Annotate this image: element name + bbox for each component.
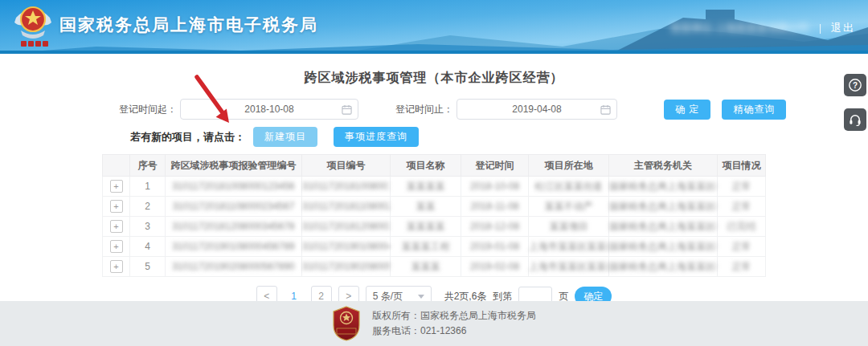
cell-proj-name-redacted: 某某 xyxy=(391,197,461,217)
new-project-hint-row: 若有新的项目，请点击： 新建项目 事项进度查询 xyxy=(130,127,868,147)
col-status: 项目情况 xyxy=(718,155,766,177)
cell-status-redacted: 正常 xyxy=(718,237,766,257)
col-authority: 主管税务机关 xyxy=(609,155,718,177)
chevron-left-icon: < xyxy=(264,291,269,302)
expand-row-button[interactable]: + xyxy=(110,240,123,253)
new-project-hint: 若有新的项目，请点击： xyxy=(130,130,245,145)
col-location: 项目所在地 xyxy=(529,155,609,177)
cell-proj-no-redacted: 31011720190208005 xyxy=(302,257,391,277)
cell-proj-no-redacted: 31011720190108004 xyxy=(302,237,391,257)
col-reg-no: 跨区域涉税事项报验管理编号 xyxy=(166,155,302,177)
footer-tax-shield-icon xyxy=(332,306,361,341)
date-to-field xyxy=(457,99,617,120)
page: 国家税务总局上海市电子税务局 某某单位 上海某某某有限公司 | 退出 ? 跨区域… xyxy=(0,0,868,346)
cell-authority-redacted: 国家税务总局上海某某区税务局 xyxy=(609,177,718,197)
col-proj-no: 项目编号 xyxy=(302,155,391,177)
cell-seq: 4 xyxy=(130,237,166,257)
cell-authority-redacted: 国家税务总局上海某某区税务局 xyxy=(609,197,718,217)
table-header: 序号 跨区域涉税事项报验管理编号 项目编号 项目名称 登记时间 项目所在地 主管… xyxy=(103,155,766,177)
col-seq: 序号 xyxy=(130,155,166,177)
table-row: + 3 31011720181208000345678 310117201812… xyxy=(103,217,766,237)
headset-icon xyxy=(848,112,862,127)
table-row: + 2 31011720181108000234567 310117201811… xyxy=(103,197,766,217)
table-body: + 1 31011720181008000123456 310117201810… xyxy=(103,177,766,277)
app-header: 国家税务总局上海市电子税务局 某某单位 上海某某某有限公司 | 退出 xyxy=(0,0,868,54)
date-to-input[interactable] xyxy=(457,104,616,115)
user-area: 某某单位 上海某某某有限公司 | 退出 xyxy=(670,21,855,35)
cell-proj-no-redacted: 31011720181108002 xyxy=(302,197,391,217)
main-content: 跨区域涉税事项管理（本市企业跨区经营） 登记时间起： 登记时间止： xyxy=(0,70,868,307)
page-footer: 版权所有：国家税务总局上海市税务局 服务电话：021-12366 xyxy=(0,301,868,346)
side-toolbar: ? xyxy=(844,74,866,131)
help-button[interactable]: ? xyxy=(844,74,866,96)
cell-authority-redacted: 国家税务总局上海某某区税务局 xyxy=(609,257,718,277)
filter-row: 登记时间起： 登记时间止： 确 xyxy=(119,99,868,120)
cell-status-redacted: 已完结 xyxy=(718,217,766,237)
help-icon: ? xyxy=(848,78,862,92)
cell-seq: 3 xyxy=(130,217,166,237)
cell-reg-no-redacted: 31011720190208000567890 xyxy=(166,257,302,277)
expand-row-button[interactable]: + xyxy=(110,180,123,193)
username-redacted: 某某单位 上海某某某有限公司 xyxy=(670,21,809,35)
table-row: + 5 31011720190208000567890 310117201902… xyxy=(103,257,766,277)
cell-location-redacted: 上海市某某区某某街道 某 xyxy=(529,257,609,277)
cell-reg-time-redacted: 2018-10-08 xyxy=(461,177,529,197)
col-proj-name: 项目名称 xyxy=(391,155,461,177)
cell-reg-no-redacted: 31011720190108000456789 xyxy=(166,237,302,257)
page-title: 跨区域涉税事项管理（本市企业跨区经营） xyxy=(0,70,868,87)
cell-reg-no-redacted: 31011720181008000123456 xyxy=(166,177,302,197)
date-from-input[interactable] xyxy=(181,104,358,115)
date-from-field xyxy=(180,99,358,120)
chevron-right-icon: > xyxy=(346,291,351,302)
cell-location-redacted: 某某项目 xyxy=(529,217,609,237)
progress-query-button[interactable]: 事项进度查询 xyxy=(334,127,419,147)
svg-text:?: ? xyxy=(853,81,858,90)
logout-link[interactable]: 退出 xyxy=(831,21,855,35)
cell-status-redacted: 正常 xyxy=(718,197,766,217)
precise-query-button[interactable]: 精确查询 xyxy=(722,100,786,120)
cell-proj-no-redacted: 31011720181208003 xyxy=(302,217,391,237)
cell-authority-redacted: 国家税务总局上海某某区税务局 xyxy=(609,237,718,257)
expand-row-button[interactable]: + xyxy=(110,200,123,213)
service-phone-line: 服务电话：021-12366 xyxy=(372,324,536,339)
cell-seq: 5 xyxy=(130,257,166,277)
expand-row-button[interactable]: + xyxy=(110,220,123,233)
brand-title: 国家税务总局上海市电子税务局 xyxy=(59,14,318,36)
cell-reg-time-redacted: 2019-01-08 xyxy=(461,237,529,257)
confirm-button[interactable]: 确 定 xyxy=(664,100,710,120)
calendar-icon[interactable] xyxy=(342,104,352,115)
cell-seq: 1 xyxy=(130,177,166,197)
date-from-label: 登记时间起： xyxy=(119,103,177,116)
cell-reg-no-redacted: 31011720181108000234567 xyxy=(166,197,302,217)
cell-location-redacted: 某某不动产 xyxy=(529,197,609,217)
copyright-line: 版权所有：国家税务总局上海市税务局 xyxy=(372,308,536,324)
tax-bureau-logo-icon xyxy=(11,3,55,50)
projects-table: 序号 跨区域涉税事项报验管理编号 项目编号 项目名称 登记时间 项目所在地 主管… xyxy=(102,154,766,277)
cell-proj-name-redacted: 某某某某 xyxy=(391,217,461,237)
cell-proj-name-redacted: 某某某某 xyxy=(391,177,461,197)
expand-row-button[interactable]: + xyxy=(110,260,123,273)
cell-proj-no-redacted: 31011720181008001 xyxy=(302,177,391,197)
cell-reg-no-redacted: 31011720181208000345678 xyxy=(166,217,302,237)
header-divider: | xyxy=(819,22,821,34)
chevron-down-icon xyxy=(418,295,424,299)
calendar-icon[interactable] xyxy=(600,104,611,115)
cell-reg-time-redacted: 2019-02-08 xyxy=(461,257,529,277)
cell-seq: 2 xyxy=(130,197,166,217)
cell-status-redacted: 正常 xyxy=(718,177,766,197)
col-expand xyxy=(103,155,130,177)
cell-authority-redacted: 国家税务总局上海某某区税务局 xyxy=(609,217,718,237)
new-project-button[interactable]: 新建项目 xyxy=(253,127,317,147)
cell-location-redacted: 松江区某某街道 xyxy=(529,177,609,197)
cell-status-redacted: 正常 xyxy=(718,257,766,277)
customer-service-button[interactable] xyxy=(844,108,866,131)
cell-proj-name-redacted: 某某某工程 xyxy=(391,237,461,257)
footer-text: 版权所有：国家税务总局上海市税务局 服务电话：021-12366 xyxy=(372,308,536,339)
date-to-label: 登记时间止： xyxy=(395,103,453,116)
cell-proj-name-redacted: 某某某 xyxy=(391,257,461,277)
table-row: + 1 31011720181008000123456 310117201810… xyxy=(103,177,766,197)
cell-location-redacted: 上海市某某区某某街道某某 xyxy=(529,237,609,257)
cell-reg-time-redacted: 2018-11-08 xyxy=(461,197,529,217)
table-row: + 4 31011720190108000456789 310117201901… xyxy=(103,237,766,257)
col-reg-time: 登记时间 xyxy=(461,155,529,177)
